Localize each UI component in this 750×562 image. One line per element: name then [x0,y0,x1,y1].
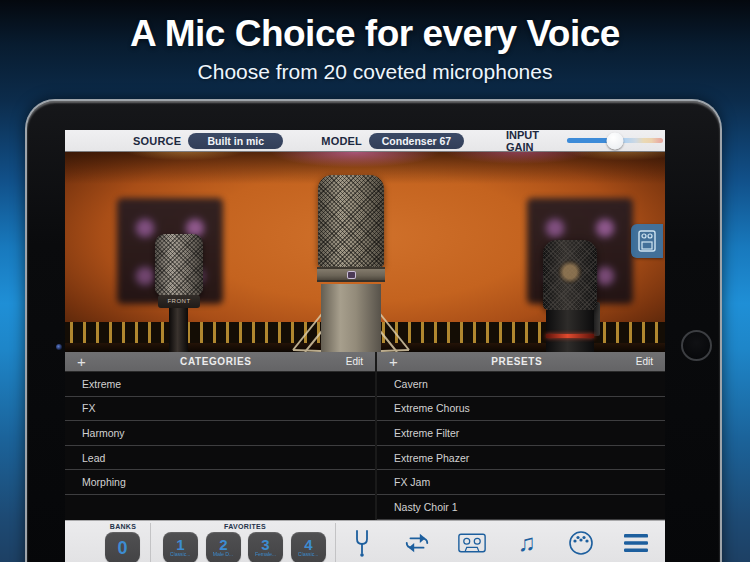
favorite-name: Classic... [298,551,319,557]
favorite-1-button[interactable]: 1 Classic... [163,532,198,562]
top-toolbar: SOURCE Built in mic MODEL Condenser 67 I… [65,130,665,152]
model-select[interactable]: Condenser 67 [369,133,464,149]
add-category-button[interactable]: + [77,353,86,371]
source-label: SOURCE [133,135,181,147]
mic-left-front-label: FRONT [158,295,200,308]
midi-icon[interactable] [567,529,595,557]
effects-pedal-button[interactable] [631,224,663,258]
source-select[interactable]: Built in mic [188,133,283,149]
mic-scene: FRONT [65,152,665,352]
stompbox-icon [638,230,656,252]
hero-title: A Mic Choice for every Voice [0,13,750,55]
mic-right-body [546,310,594,352]
category-item[interactable]: Lead [65,446,375,471]
bank-0-button[interactable]: 0 [105,532,140,562]
favorite-number: 1 [176,538,184,551]
preset-item[interactable]: Extreme Filter [377,421,665,446]
favorite-2-button[interactable]: 2 Male D... [206,532,241,562]
mic-center[interactable] [318,175,384,267]
list-panels: + CATEGORIES Edit Extreme FX Harmony Lea… [65,352,665,520]
input-gain-slider[interactable] [567,138,663,143]
favorite-number: 2 [219,538,227,551]
favorite-number: 3 [261,538,269,551]
favorite-name: Classic... [170,551,191,557]
preset-item[interactable]: Nasty Choir 1 [377,495,665,520]
preset-item[interactable]: FX Jam [377,470,665,495]
favorites-label: FAVORITES [203,523,287,530]
menu-icon[interactable] [622,529,650,557]
bank-number: 0 [117,539,127,557]
toolbar-separator [150,523,151,562]
categories-list: Extreme FX Harmony Lead Morphing [65,372,375,520]
preset-item[interactable]: Extreme Chorus [377,397,665,422]
favorite-3-button[interactable]: 3 Female... [248,532,283,562]
promo-background: A Mic Choice for every Voice Choose from… [0,0,750,562]
preset-item[interactable]: Extreme Phazer [377,446,665,471]
mic-center-body [321,284,381,352]
presets-edit-button[interactable]: Edit [636,356,653,367]
presets-list: Cavern Extreme Chorus Extreme Filter Ext… [377,372,665,520]
mic-brand-logo-icon [347,271,356,279]
mic-center-band [317,267,385,282]
model-label: MODEL [321,135,362,147]
category-item[interactable]: Harmony [65,421,375,446]
music-notes-glyph: ♫ [517,530,535,556]
presets-title: PRESETS [398,356,636,367]
tuning-fork-icon[interactable] [348,529,376,557]
bottom-toolbar: BANKS 0 FAVORITES 1 Classic... 2 Male D.… [65,520,665,562]
categories-panel: + CATEGORIES Edit Extreme FX Harmony Lea… [65,352,375,520]
loop-icon[interactable] [403,529,431,557]
presets-panel: + PRESETS Edit Cavern Extreme Chorus Ext… [377,352,665,520]
favorite-4-button[interactable]: 4 Classic... [291,532,326,562]
app-screen: SOURCE Built in mic MODEL Condenser 67 I… [65,130,665,562]
front-camera-icon [56,344,62,350]
favorite-number: 4 [304,538,312,551]
favorite-name: Female... [255,551,276,557]
input-gain-label: INPUT GAIN [506,130,559,153]
categories-title: CATEGORIES [86,356,346,367]
mic-right[interactable] [543,240,597,310]
category-item[interactable]: FX [65,397,375,422]
mode-icons: ♫ [348,527,650,559]
mic-left[interactable] [155,234,203,296]
tape-recorder-icon[interactable] [458,529,486,557]
home-button[interactable] [681,330,712,361]
hero-subtitle: Choose from 20 coveted microphones [0,60,750,84]
add-preset-button[interactable]: + [389,353,398,371]
categories-edit-button[interactable]: Edit [346,356,363,367]
banks-label: BANKS [99,523,147,530]
categories-header: + CATEGORIES Edit [65,352,375,372]
presets-header: + PRESETS Edit [377,352,665,372]
category-empty-row [65,495,375,520]
category-item[interactable]: Morphing [65,470,375,495]
input-gain-thumb[interactable] [606,132,623,149]
favorite-name: Male D... [213,551,233,557]
ipad-frame: SOURCE Built in mic MODEL Condenser 67 I… [25,99,722,562]
category-item[interactable]: Extreme [65,372,375,397]
mic-right-red-ring [546,334,594,338]
mic-left-stand [169,308,188,352]
music-notes-icon[interactable]: ♫ [512,529,540,557]
toolbar-separator [335,523,336,562]
preset-item[interactable]: Cavern [377,372,665,397]
